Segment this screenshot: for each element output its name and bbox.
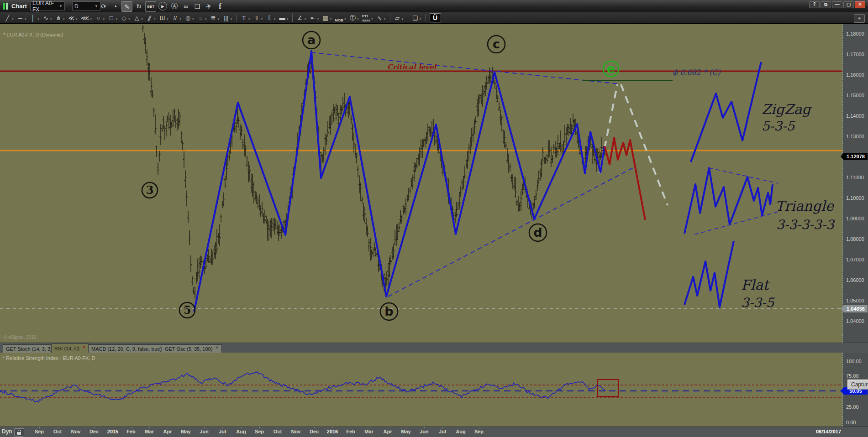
rsi-study-label: * Relative Strength Index - EUR A0-FX, D: [3, 355, 95, 361]
pti-tool[interactable]: PTIxxxx▼: [362, 13, 374, 22]
symbol-settings-icon[interactable]: ⟳: [99, 1, 109, 11]
mob-tool[interactable]: MOB▼: [335, 13, 347, 22]
callout-tool[interactable]: ❏▼: [412, 13, 422, 22]
arrow-down-tool[interactable]: ⇩▼: [266, 13, 276, 22]
diamond-tool[interactable]: ◇▼: [121, 13, 131, 22]
extension-tool[interactable]: ≣▼: [210, 13, 220, 22]
ascending-lows-trendline: [388, 167, 634, 297]
toolbar-divider: [408, 14, 408, 22]
price-axis[interactable]: 1.180001.170001.160001.150001.140001.130…: [842, 24, 868, 343]
restore-down-button[interactable]: ⧉: [821, 1, 831, 8]
time-axis-year-label: 2016: [327, 429, 338, 434]
maximize-button[interactable]: ▢: [843, 1, 854, 8]
zigzag-pattern-caption: ZigZag: [762, 101, 812, 117]
snap-magnet-tool[interactable]: Ü: [430, 13, 441, 22]
lock-icon[interactable]: [14, 428, 24, 437]
symbol-input[interactable]: EUR A0-FX ▼: [30, 1, 65, 11]
tab-rsi[interactable]: RSI (14, C)✕: [51, 343, 89, 353]
expansion-tool[interactable]: ↞▼: [309, 13, 319, 22]
close-tab-icon[interactable]: ✕: [215, 345, 219, 350]
price-axis-label: 1.11000: [846, 175, 864, 180]
toolbar-divider: [390, 14, 390, 22]
auto-icon[interactable]: Ⓐ: [169, 1, 179, 11]
time-ellipse-tool[interactable]: Ⓣ▼: [349, 13, 359, 22]
ellipse-tool[interactable]: ○▼: [95, 13, 105, 22]
comb-tool[interactable]: Ш▼: [159, 13, 169, 22]
triangle-pattern-trendline: [694, 211, 780, 234]
time-axis-month-label: May: [181, 429, 190, 434]
wave-label-3: 3: [142, 182, 158, 198]
get-studies-icon[interactable]: GET: [145, 1, 156, 12]
toolbar-pin-icon[interactable]: ⌖: [854, 14, 865, 23]
price-axis-label: 1.16000: [846, 72, 864, 78]
end-date-label: 08/14/2017: [816, 429, 841, 434]
grid-tool[interactable]: ▦▼: [322, 13, 332, 22]
time-axis-month-label: Nov: [71, 429, 81, 434]
time-axis-month-label: Sep: [35, 429, 44, 434]
tab-macd[interactable]: MACD (12, 26, C, 9, false, true)✕: [88, 344, 171, 353]
help-button[interactable]: ?: [809, 1, 820, 8]
time-axis-month-label: Feb: [346, 429, 355, 434]
tab-get[interactable]: GET Osc (5, 35, 100)✕: [162, 344, 222, 353]
shaded-region-tool[interactable]: ▬▼: [279, 13, 289, 22]
facebook-icon[interactable]: f: [215, 1, 225, 11]
main-chart-area[interactable]: 35abcdeCritical levelϕ 0.682 * (C)ZigZag…: [0, 24, 842, 343]
copyright-label: © eSignal, 2016: [4, 335, 36, 340]
time-lines-tool[interactable]: |||▼: [223, 13, 233, 22]
chevron-down-icon[interactable]: ▼: [59, 4, 63, 8]
toolbar-divider: [237, 14, 237, 22]
time-axis-month-label: Sep: [474, 429, 484, 434]
arrow-up-tool[interactable]: ⇧▼: [253, 13, 263, 22]
interval-value: D: [74, 3, 93, 10]
double-line-tool[interactable]: //▼: [172, 13, 182, 22]
rectangle-tool[interactable]: □▼: [108, 13, 118, 22]
svg-text:c: c: [493, 37, 500, 51]
trend-line-tool[interactable]: ╱▼: [4, 13, 14, 22]
elliott-wave-tool[interactable]: ∿▼: [376, 13, 386, 22]
rsi-axis-label: 0.00: [846, 420, 856, 425]
interval-input[interactable]: D ▼: [72, 1, 100, 11]
draw-pencil-icon[interactable]: ✎: [121, 1, 132, 12]
flat-pattern: [684, 241, 734, 307]
rsi-panel[interactable]: [0, 353, 842, 427]
retracement-tool[interactable]: ≡▼: [197, 13, 207, 22]
speed-lines-tool[interactable]: ⋘▼: [81, 13, 92, 22]
vertical-line-tool[interactable]: │▼: [30, 13, 40, 22]
price-axis-label: 1.04000: [846, 318, 864, 324]
price-axis-label: 1.15000: [846, 93, 864, 98]
chevron-down-icon[interactable]: ▼: [95, 4, 98, 8]
toolbar-divider: [426, 14, 426, 22]
horizontal-line-tool[interactable]: ─▼: [17, 13, 27, 22]
fan-lines-tool[interactable]: ≪▼: [68, 13, 78, 22]
circles-tool[interactable]: ◎▼: [184, 13, 195, 22]
triangle-tool[interactable]: △▼: [133, 13, 143, 22]
window-controls: ?⧉—▢✕: [809, 1, 865, 8]
zigzag-tool[interactable]: ∿▼: [42, 13, 53, 22]
close-button[interactable]: ✕: [855, 1, 865, 8]
eraser-tool[interactable]: ▱▼: [394, 13, 404, 22]
price-axis-label: 1.07000: [846, 257, 864, 262]
titlebar-icons: ⟳◔✎↻GET▶Ⓐ∞❏✈f: [99, 1, 225, 12]
reload-icon[interactable]: ↻: [134, 1, 144, 11]
text-tool[interactable]: T▼: [241, 13, 251, 22]
dyn-scale-control[interactable]: Dyn: [2, 428, 24, 437]
fan-angle-tool[interactable]: ∠▼: [296, 13, 306, 22]
time-axis-month-label: Aug: [236, 429, 246, 434]
rsi-highlight-box: [598, 380, 619, 396]
close-tab-icon[interactable]: ✕: [82, 345, 86, 349]
capture-button[interactable]: Capture: [847, 380, 868, 390]
interval-clock-icon[interactable]: ◔: [110, 1, 120, 11]
svg-text:e: e: [607, 62, 615, 76]
minimize-button[interactable]: —: [832, 1, 842, 8]
time-axis[interactable]: Dyn 08/14/2017 SepOctNovDec2015FebMarApr…: [0, 427, 868, 437]
rsi-axis[interactable]: 100.0075.0025.000.0050.05: [842, 353, 868, 427]
pitchfork-tool[interactable]: ⋔▼: [55, 13, 65, 22]
parallel-channel-tool[interactable]: ∥▼: [146, 13, 156, 22]
twitter-icon[interactable]: ✈: [203, 0, 215, 12]
triangle-pattern: [684, 168, 773, 234]
time-axis-month-label: Mar: [364, 429, 374, 434]
play-icon[interactable]: ▶: [158, 2, 167, 10]
link-icon[interactable]: ∞: [181, 1, 191, 11]
note-icon[interactable]: ❏: [192, 1, 202, 11]
time-axis-month-label: Apr: [163, 429, 172, 434]
